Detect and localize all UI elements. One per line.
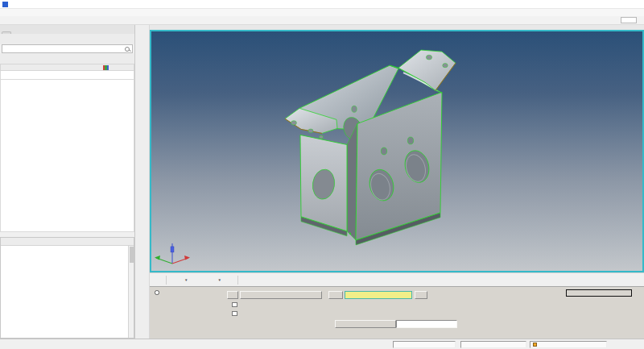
status-field-model — [460, 341, 526, 348]
page-number-field[interactable] — [621, 17, 637, 23]
display-toolbar: ▼ ▼ — [150, 272, 644, 286]
display-toolbar-vertical — [135, 25, 150, 339]
disjoint-offset-button[interactable] — [240, 291, 322, 299]
entity-editor — [0, 237, 134, 339]
chevron-down-icon: ▼ — [184, 278, 188, 282]
component-color-icon — [533, 343, 537, 347]
tree-header-color-icon[interactable] — [101, 65, 111, 70]
surface-edit-panel — [150, 286, 644, 339]
palette-icon — [103, 65, 109, 70]
hyperworks-window: ▼ ▼ — [0, 0, 644, 349]
surfs-selector-button[interactable] — [345, 291, 412, 299]
graphics-area[interactable] — [150, 30, 644, 272]
axis-triad — [155, 243, 190, 264]
radio-icon — [155, 290, 159, 295]
color-mode-dropdown[interactable]: ▼ — [202, 275, 223, 285]
browser-tabs — [0, 25, 134, 34]
search-input[interactable] — [2, 45, 124, 52]
tree-header — [0, 64, 134, 71]
browser-toolbar-1 — [0, 34, 134, 44]
trim-mode-options — [155, 289, 162, 297]
title-bar — [0, 0, 644, 9]
offset-value-button[interactable] — [335, 320, 396, 328]
main-toolbar — [0, 16, 644, 25]
action-button[interactable] — [566, 289, 632, 297]
browser-toolbar-2 — [0, 53, 134, 64]
app-logo-icon — [2, 2, 8, 7]
search-icon — [124, 46, 130, 52]
model-original-geometry[interactable] — [151, 31, 642, 271]
property-row[interactable] — [1, 246, 128, 251]
model-tree — [0, 71, 134, 80]
status-field-empty — [393, 341, 456, 348]
radio-option[interactable] — [155, 289, 162, 297]
checkbox-icon — [232, 311, 237, 317]
remove-degenerations-checkbox[interactable] — [232, 311, 240, 317]
menu-bar — [0, 9, 644, 16]
menu-item[interactable] — [2, 9, 9, 16]
property-scrollbar[interactable] — [128, 246, 134, 338]
entity-type-dropdown[interactable] — [328, 291, 343, 299]
property-rows — [1, 246, 134, 338]
checkbox-icon — [232, 302, 237, 308]
selection-reset-button[interactable] — [415, 291, 427, 299]
status-field-entity — [530, 341, 607, 348]
update-eccentricity-checkbox[interactable] — [232, 302, 240, 308]
property-header — [1, 238, 134, 246]
offset-value-field[interactable] — [396, 320, 457, 328]
chevron-down-icon: ▼ — [217, 278, 221, 282]
panel-action-buttons — [566, 289, 632, 297]
auto-color-dropdown[interactable]: ▼ — [169, 275, 190, 285]
offset-stepper-button[interactable] — [227, 291, 238, 299]
browser-panel — [0, 25, 135, 339]
browser-search — [2, 44, 133, 53]
scroll-thumb[interactable] — [130, 247, 134, 263]
status-bar — [0, 339, 644, 349]
tree-row[interactable] — [1, 71, 134, 79]
tree-empty-area — [0, 80, 134, 232]
